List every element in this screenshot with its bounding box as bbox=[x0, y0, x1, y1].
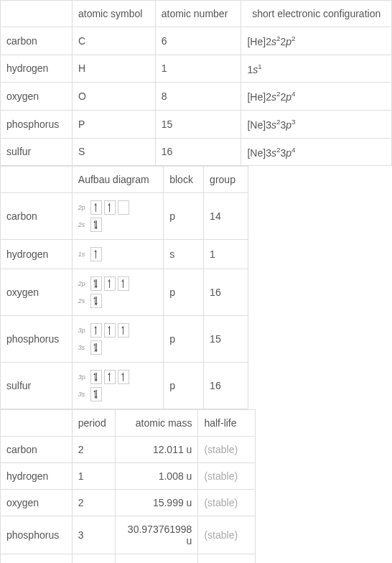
table-row: hydrogen 1 1.008 u (stable) bbox=[1, 463, 256, 490]
table-row: sulfur S 16 [Ne]3s23p4 bbox=[1, 138, 392, 166]
orbital-box bbox=[90, 340, 102, 355]
atomic-symbol: O bbox=[72, 83, 155, 111]
aufbau-subshell: 2s bbox=[78, 294, 157, 308]
atomic-number: 8 bbox=[155, 83, 241, 111]
element-name: oxygen bbox=[1, 83, 73, 111]
header-aufbau: Aufbau diagram bbox=[72, 167, 163, 193]
atomic-mass: 30.973761998 u bbox=[115, 516, 198, 554]
period: 1 bbox=[72, 463, 115, 490]
orbital-box bbox=[90, 200, 102, 215]
table-header-row: atomic symbol atomic number short electr… bbox=[1, 1, 392, 27]
table-row: sulfur 3p3s p 16 bbox=[1, 363, 248, 409]
table-row: phosphorus P 15 [Ne]3s23p3 bbox=[1, 110, 392, 138]
header-half-life: half-life bbox=[198, 410, 256, 437]
element-name: phosphorus bbox=[1, 110, 73, 138]
subshell-label: 2s bbox=[78, 297, 88, 304]
electronic-config: [Ne]3s23p3 bbox=[241, 110, 392, 138]
atomic-number: 16 bbox=[155, 138, 241, 166]
subshell-label: 3s bbox=[78, 344, 88, 351]
element-name: phosphorus bbox=[1, 516, 73, 554]
element-name: carbon bbox=[1, 437, 73, 463]
element-name: oxygen bbox=[1, 490, 73, 516]
element-name: hydrogen bbox=[1, 240, 73, 269]
group: 16 bbox=[204, 269, 248, 316]
period: 3 bbox=[72, 516, 115, 554]
atomic-mass: 32.06 u bbox=[115, 554, 198, 563]
orbital-box bbox=[104, 200, 116, 215]
element-name: hydrogen bbox=[1, 463, 73, 490]
element-basic-table: atomic symbol atomic number short electr… bbox=[0, 0, 392, 166]
table-row: hydrogen H 1 1s1 bbox=[1, 55, 392, 83]
aufbau-diagram: 2p2s bbox=[72, 193, 163, 240]
element-name: sulfur bbox=[1, 138, 73, 166]
period: 3 bbox=[72, 554, 115, 563]
aufbau-diagram: 2p2s bbox=[72, 269, 163, 316]
orbital-box bbox=[118, 323, 129, 338]
aufbau-subshell: 2p bbox=[78, 200, 157, 215]
block: p bbox=[164, 316, 204, 363]
half-life: (stable) bbox=[198, 437, 256, 463]
orbital-box bbox=[90, 294, 102, 308]
atomic-symbol: S bbox=[72, 138, 155, 166]
table-row: sulfur 3 32.06 u (stable) bbox=[1, 554, 256, 563]
header-group: group bbox=[204, 167, 248, 193]
period: 2 bbox=[72, 490, 115, 516]
subshell-label: 3p bbox=[78, 373, 88, 381]
table-row: hydrogen 1s s 1 bbox=[1, 240, 248, 269]
group: 1 bbox=[204, 240, 248, 269]
element-mass-table: period atomic mass half-life carbon 2 12… bbox=[0, 409, 256, 563]
group: 15 bbox=[204, 316, 248, 363]
block: p bbox=[164, 193, 204, 240]
table-header-row: period atomic mass half-life bbox=[1, 410, 256, 437]
block: p bbox=[164, 363, 204, 409]
aufbau-diagram: 3p3s bbox=[72, 316, 163, 363]
half-life: (stable) bbox=[198, 554, 256, 563]
header-atomic-symbol: atomic symbol bbox=[72, 1, 155, 27]
electronic-config: [He]2s22p4 bbox=[241, 83, 392, 111]
subshell-label: 3s bbox=[78, 391, 88, 398]
table-row: oxygen 2 15.999 u (stable) bbox=[1, 490, 256, 516]
header-block: block bbox=[164, 167, 204, 193]
element-name: carbon bbox=[1, 27, 73, 55]
atomic-mass: 15.999 u bbox=[115, 490, 198, 516]
group: 16 bbox=[204, 363, 248, 409]
orbital-box bbox=[90, 276, 102, 291]
half-life: (stable) bbox=[198, 490, 256, 516]
orbital-box bbox=[90, 370, 102, 384]
block: p bbox=[164, 269, 204, 316]
element-name: oxygen bbox=[1, 269, 73, 316]
period: 2 bbox=[72, 437, 115, 463]
orbital-box bbox=[104, 370, 116, 384]
element-name: phosphorus bbox=[1, 316, 73, 363]
table-row: phosphorus 3p3s p 15 bbox=[1, 316, 248, 363]
atomic-number: 15 bbox=[155, 110, 241, 138]
table-row: carbon 2 12.011 u (stable) bbox=[1, 437, 256, 463]
half-life: (stable) bbox=[198, 516, 256, 554]
atomic-number: 6 bbox=[155, 27, 241, 55]
atomic-symbol: P bbox=[72, 110, 155, 138]
orbital-box bbox=[90, 387, 102, 401]
element-name: sulfur bbox=[1, 554, 73, 563]
element-name: sulfur bbox=[1, 363, 73, 409]
aufbau-subshell: 1s bbox=[78, 247, 157, 261]
table-row: oxygen O 8 [He]2s22p4 bbox=[1, 83, 392, 111]
aufbau-diagram: 3p3s bbox=[72, 363, 163, 409]
orbital-box bbox=[118, 370, 129, 384]
header-electronic-config: short electronic configuration bbox=[241, 1, 392, 27]
subshell-label: 2p bbox=[78, 204, 88, 211]
aufbau-subshell: 3p bbox=[78, 370, 157, 384]
subshell-label: 2s bbox=[78, 221, 88, 228]
aufbau-subshell: 3s bbox=[78, 340, 157, 355]
table-row: oxygen 2p2s p 16 bbox=[1, 269, 248, 316]
subshell-label: 1s bbox=[78, 251, 88, 258]
block: s bbox=[164, 240, 204, 269]
header-period: period bbox=[72, 410, 115, 437]
group: 14 bbox=[204, 193, 248, 240]
header-atomic-number: atomic number bbox=[155, 1, 241, 27]
electronic-config: 1s1 bbox=[241, 55, 392, 83]
orbital-box bbox=[118, 276, 129, 291]
atomic-mass: 12.011 u bbox=[115, 437, 198, 463]
table-row: carbon C 6 [He]2s22p2 bbox=[1, 27, 392, 55]
subshell-label: 3p bbox=[78, 327, 88, 334]
aufbau-diagram: 1s bbox=[72, 240, 163, 269]
